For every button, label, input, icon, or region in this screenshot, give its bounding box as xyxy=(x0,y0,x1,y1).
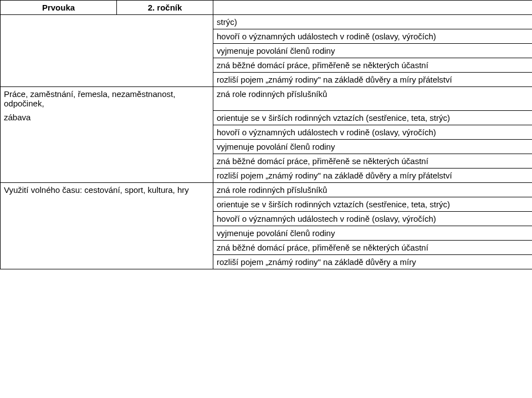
right-cell: orientuje se v širších rodinných vztazíc… xyxy=(213,197,533,211)
right-cell: zná běžné domácí práce, přiměřeně se něk… xyxy=(213,240,533,254)
right-cell: zná role rodinných příslušníků xyxy=(213,87,533,111)
left-cell-work: Práce, zaměstnání, řemesla, nezaměstnano… xyxy=(1,87,213,111)
right-cell: vyjmenuje povolání členů rodiny xyxy=(213,226,533,240)
header-subject: Prvouka xyxy=(1,1,117,15)
right-cell: rozliší pojem „známý rodiny" na základě … xyxy=(213,73,533,87)
table-row: zábava orientuje se v širších rodinných … xyxy=(1,110,533,125)
right-cell: zná běžné domácí práce, přiměřeně se něk… xyxy=(213,154,533,168)
table-row: strýc) xyxy=(1,15,533,29)
right-cell: hovoří o významných událostech v rodině … xyxy=(213,125,533,139)
left-cell-leisure: Využití volného času: cestování, sport, … xyxy=(1,182,213,269)
table-header-row: Prvouka 2. ročník xyxy=(1,1,533,15)
right-cell: zná role rodinných příslušníků xyxy=(213,182,533,197)
left-cell-work-b: zábava xyxy=(1,110,213,182)
right-cell: hovoří o významných událostech v rodině … xyxy=(213,29,533,44)
header-empty xyxy=(213,1,533,15)
left-cell-empty-1 xyxy=(1,15,213,87)
right-cell: strýc) xyxy=(213,15,533,29)
right-cell: rozliší pojem „známý rodiny" na základě … xyxy=(213,168,533,182)
right-cell: rozliší pojem „známý rodiny" na základě … xyxy=(213,254,533,269)
right-cell: hovoří o významných událostech v rodině … xyxy=(213,211,533,226)
right-cell: vyjmenuje povolání členů rodiny xyxy=(213,139,533,154)
right-cell: orientuje se v širších rodinných vztazíc… xyxy=(213,110,533,125)
curriculum-table: Prvouka 2. ročník strýc) hovoří o význam… xyxy=(0,0,532,269)
right-cell: zná běžné domácí práce, přiměřeně se něk… xyxy=(213,58,533,73)
table-row: Práce, zaměstnání, řemesla, nezaměstnano… xyxy=(1,87,533,111)
right-cell: vyjmenuje povolání členů rodiny xyxy=(213,44,533,58)
table-row: Využití volného času: cestování, sport, … xyxy=(1,182,533,197)
header-grade: 2. ročník xyxy=(117,1,213,15)
